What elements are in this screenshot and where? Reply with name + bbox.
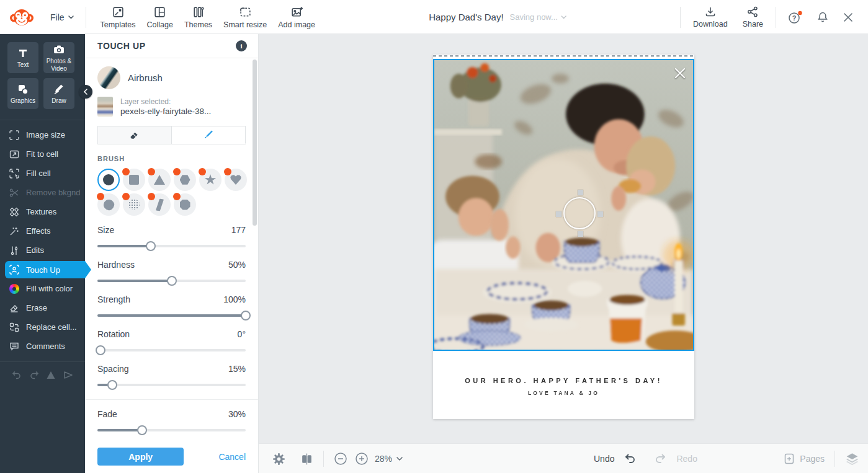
templates-button[interactable]: Templates [95, 0, 141, 34]
brush-shape-slash[interactable] [148, 193, 171, 216]
text-tool-button[interactable]: Text [7, 42, 38, 73]
panel-scrollbar[interactable] [253, 60, 257, 226]
sidebar-item-image-size[interactable]: Image size [0, 125, 85, 144]
spacing-slider-track[interactable] [97, 380, 246, 389]
smart-resize-button[interactable]: Smart resize [218, 0, 272, 34]
sidebar-item-effects[interactable]: Effects [0, 221, 85, 241]
size-slider-value: 177 [231, 225, 246, 235]
undo-icon[interactable] [623, 453, 637, 465]
size-slider-thumb[interactable] [146, 241, 156, 251]
premium-badge [122, 168, 130, 175]
brush-shape-spray[interactable] [123, 193, 145, 216]
document-title[interactable]: Happy Dad's Day! [429, 12, 503, 22]
zoom-in-icon[interactable] [355, 452, 369, 466]
strength-slider-track[interactable] [97, 311, 246, 320]
brush-shape-square[interactable] [123, 169, 145, 191]
brush-shape-triangle[interactable] [148, 169, 171, 191]
pages-button[interactable]: Pages [783, 453, 825, 465]
sidebar-item-fill-with-color[interactable]: Fill with color [0, 279, 85, 298]
pen-icon [53, 83, 65, 95]
warning-triangle-icon[interactable] [45, 369, 56, 381]
redo-icon[interactable] [654, 453, 668, 465]
octagon-shape-icon [180, 200, 190, 210]
sidebar-item-erase[interactable]: Erase [0, 298, 85, 317]
layer-row[interactable]: Layer selected: pexels-elly-fairytale-38… [97, 97, 246, 117]
square-shape-icon [129, 175, 139, 185]
info-icon[interactable]: i [236, 40, 247, 51]
collage-button[interactable]: Collage [141, 0, 179, 34]
tab-eraser[interactable] [97, 126, 172, 144]
chevron-down-icon[interactable] [396, 457, 403, 461]
airbrush-thumbnail [97, 66, 120, 89]
rotation-slider-thumb[interactable] [96, 345, 105, 355]
flip-canvas-icon[interactable] [300, 453, 313, 466]
spacing-slider-thumb[interactable] [107, 380, 117, 390]
strength-slider-label: Strength [97, 294, 130, 304]
fade-slider-thumb[interactable] [137, 425, 147, 435]
layer-name: pexels-elly-fairytale-38... [120, 107, 211, 116]
graphics-tool-button[interactable]: Graphics [7, 78, 38, 109]
undo-button[interactable]: Undo [594, 454, 614, 464]
themes-button[interactable]: Themes [179, 0, 218, 34]
redo-icon[interactable] [29, 369, 40, 381]
divider [834, 451, 835, 467]
canvas-workspace[interactable]: OUR HERO. HAPPY FATHER'S DAY! LOVE TANA … [259, 34, 868, 443]
deselect-photo-close-icon[interactable] [673, 66, 687, 80]
brush-shape-blob[interactable] [97, 193, 120, 216]
photos-video-tool-button[interactable]: Photos & Video [43, 42, 74, 73]
photo-cell-selected[interactable] [433, 59, 694, 351]
collapse-panel-button[interactable] [79, 85, 92, 99]
tab-brush[interactable] [172, 126, 246, 144]
color-wheel-icon [9, 284, 19, 294]
picmonkey-logo-icon[interactable] [9, 5, 34, 30]
design-card[interactable]: OUR HERO. HAPPY FATHER'S DAY! LOVE TANA … [433, 55, 694, 419]
add-image-button[interactable]: Add image [272, 0, 321, 34]
rotation-slider-label: Rotation [97, 329, 130, 339]
bell-icon [817, 11, 829, 24]
zoom-out-icon[interactable] [334, 452, 347, 466]
redo-button[interactable]: Redo [676, 454, 697, 464]
brush-shape-star[interactable] [199, 169, 221, 191]
saving-status[interactable]: Saving now... [510, 12, 566, 22]
sidebar-item-fill-cell[interactable]: Fill cell [0, 164, 85, 183]
brush-shape-octagon[interactable] [174, 193, 196, 216]
help-button[interactable]: ? [781, 11, 810, 24]
close-editor-button[interactable] [836, 12, 861, 23]
share-button[interactable]: Share [735, 6, 771, 29]
sidebar-item-touch-up[interactable]: Touch Up [5, 261, 85, 278]
themes-label: Themes [184, 20, 212, 29]
brush-shape-heart[interactable] [225, 169, 247, 191]
spray-shape-icon [128, 199, 140, 210]
file-menu[interactable]: File [50, 12, 74, 22]
sidebar-item-fit-to-cell[interactable]: Fit to cell [0, 144, 85, 164]
send-icon[interactable] [63, 369, 74, 381]
sidebar-item-remove-bkgnd: Remove bkgnd [0, 183, 85, 202]
brush-shape-grid [97, 169, 249, 216]
card-caption[interactable]: OUR HERO. HAPPY FATHER'S DAY! LOVE TANA … [433, 351, 694, 419]
sidebar-item-replace-cell[interactable]: Replace cell... [0, 317, 85, 337]
sidebar-item-comments[interactable]: Comments [0, 337, 85, 356]
undo-icon[interactable] [11, 369, 22, 381]
rotation-slider-track[interactable] [97, 345, 246, 355]
download-button[interactable]: Download [686, 6, 735, 29]
brush-shape-hexagon[interactable] [174, 169, 196, 191]
brush-shape-circle[interactable] [97, 169, 120, 191]
apply-button[interactable]: Apply [97, 448, 184, 466]
cancel-button[interactable]: Cancel [218, 452, 246, 462]
canvas-settings-gear-icon[interactable] [272, 453, 285, 466]
sidebar-item-edits[interactable]: Edits [0, 241, 85, 260]
hardness-slider-thumb[interactable] [167, 276, 177, 286]
fade-slider-track[interactable] [97, 425, 246, 435]
strength-slider-thumb[interactable] [241, 311, 251, 320]
size-slider-track[interactable] [97, 241, 246, 250]
star-shape-icon [205, 174, 217, 185]
draw-tool-button[interactable]: Draw [43, 78, 74, 109]
sidebar-item-textures[interactable]: Textures [0, 202, 85, 221]
divider [86, 7, 86, 28]
hardness-slider-track[interactable] [97, 276, 246, 285]
notifications-button[interactable] [810, 11, 836, 24]
zoom-level[interactable]: 28% [375, 454, 392, 464]
layers-icon[interactable] [845, 452, 859, 466]
airbrush-cursor[interactable] [563, 197, 596, 229]
strength-slider-value: 100% [223, 294, 246, 304]
